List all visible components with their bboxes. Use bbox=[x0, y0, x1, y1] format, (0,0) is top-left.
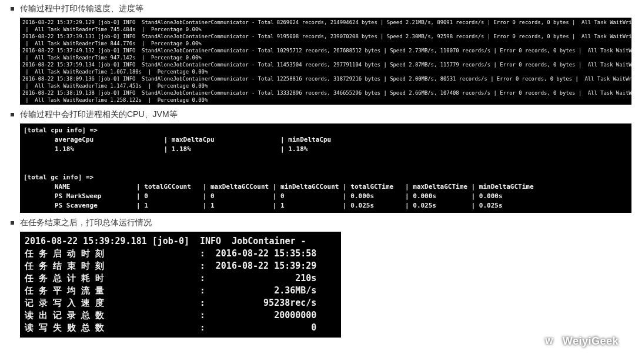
bullet-1: 传输过程中打印传输速度、进度等 bbox=[11, 4, 635, 14]
watermark-icon: W bbox=[540, 332, 558, 350]
bullet-3: 在任务结束之后，打印总体运行情况 bbox=[11, 218, 635, 228]
watermark: W WeiyiGeek bbox=[540, 332, 619, 350]
bullet-marker bbox=[11, 7, 14, 11]
bullet-2: 传输过程中会打印进程相关的CPU、JVM等 bbox=[11, 109, 635, 120]
watermark-text: WeiyiGeek bbox=[563, 335, 619, 348]
log-output-cpu-jvm: [total cpu info] => averageCpu | maxDelt… bbox=[20, 123, 631, 213]
log-output-speed: 2016-08-22 15:37:29.129 [job-0] INFO Sta… bbox=[20, 18, 631, 105]
bullet-1-text: 传输过程中打印传输速度、进度等 bbox=[20, 4, 143, 14]
bullet-marker bbox=[11, 221, 14, 225]
bullet-2-text: 传输过程中会打印进程相关的CPU、JVM等 bbox=[20, 109, 178, 120]
bullet-marker bbox=[11, 113, 14, 116]
log-output-summary: 2016-08-22 15:39:29.181 [job-0] INFO Job… bbox=[20, 232, 341, 338]
bullet-3-text: 在任务结束之后，打印总体运行情况 bbox=[20, 218, 152, 228]
